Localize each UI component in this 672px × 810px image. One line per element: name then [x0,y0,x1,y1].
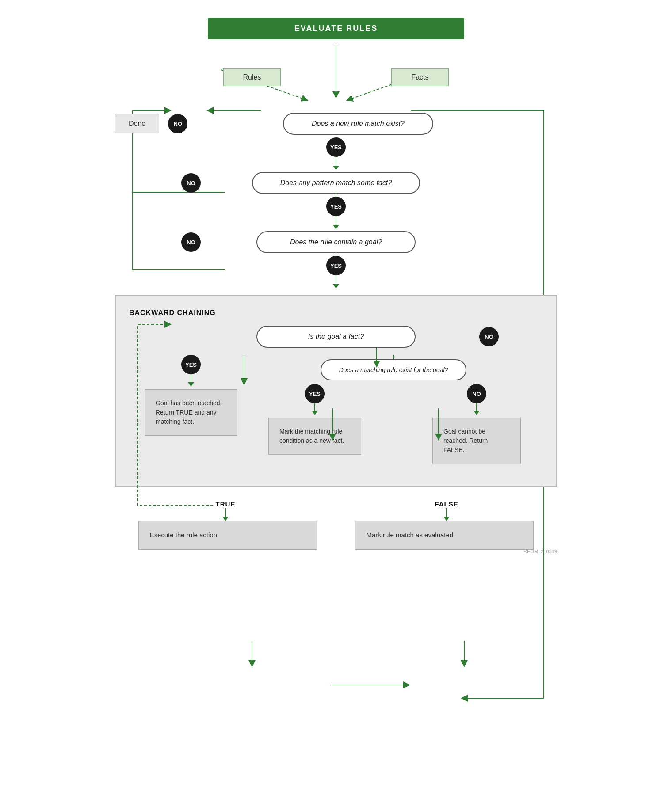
inputs-spacer [115,39,557,55]
goal-cannot-box: Goal cannot be reached. Return FALSE. [432,418,521,464]
d4-row: Is the goal a fact? NO [129,326,543,348]
facts-input-box: Facts [391,68,449,86]
d4-d5-split: YES Goal has been reached. Return TRUE a… [129,355,543,464]
execute-rule-box: Execute the rule action. [138,521,317,550]
mark-evaluated-box: Mark rule match as evaluated. [355,521,533,550]
watermark: RHDM_2_0319 [523,549,557,554]
evaluate-rules-box: EVALUATE RULES [208,18,464,39]
d3-row: NO Does the rule contain a goal? [115,231,557,253]
diagram-container: EVALUATE RULES Rules Facts Done NO Does … [115,18,557,559]
d5-yes-circle: YES [305,384,325,403]
d2-decision: Does any pattern match some fact? [252,172,420,194]
d1-yes-circle: YES [326,137,346,157]
d4-no-circle: NO [479,327,499,346]
done-box: Done [115,114,159,133]
false-label: FALSE [435,500,458,508]
d2-no-circle: NO [181,173,201,193]
d3-decision: Does the rule contain a goal? [256,231,416,253]
d4-yes-circle: YES [181,355,201,374]
mark-condition-box: Mark the matching rule condition as a ne… [268,418,361,455]
d5-no-circle: NO [467,384,486,403]
done-area: Done NO [115,114,192,133]
d1-no-circle: NO [168,114,187,133]
d3-no-circle: NO [181,232,201,252]
true-label: TRUE [216,500,236,508]
bc-container: BACKWARD CHAINING Is the [115,295,557,487]
d1-decision: Does a new rule match exist? [283,113,433,135]
d4-decision: Is the goal a fact? [256,326,416,348]
rules-input-box: Rules [223,68,281,86]
goal-reached-box: Goal has been reached. Return TRUE and a… [145,389,237,436]
true-false-row: TRUE FALSE [115,500,557,521]
d1-row: Done NO Does a new rule match exist? [115,113,557,135]
bottom-actions-row: Execute the rule action. Mark rule match… [115,521,557,550]
bc-title: BACKWARD CHAINING [129,309,543,317]
d5-decision: Does a matching rule exist for the goal? [321,359,467,380]
d3-yes-circle: YES [326,256,346,275]
d2-row: NO Does any pattern match some fact? [115,172,557,194]
d2-yes-circle: YES [326,197,346,216]
inputs-row: Rules Facts [115,68,557,86]
